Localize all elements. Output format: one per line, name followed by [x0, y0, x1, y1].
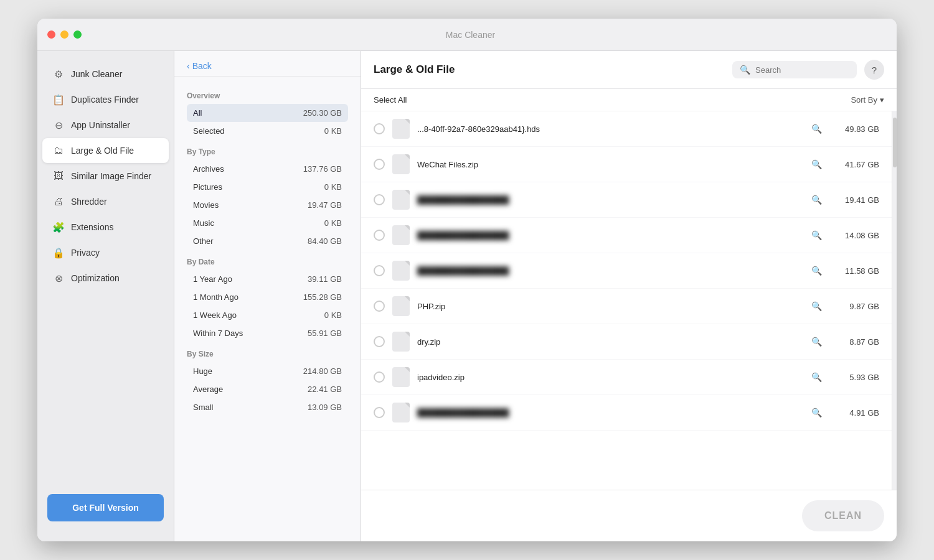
file-item[interactable]: ████████████████ 🔍 14.08 GB: [361, 218, 892, 253]
filter-value: 39.11 GB: [308, 274, 342, 284]
file-name: ipadvideo.zip: [417, 373, 804, 382]
date-item-within-7-days[interactable]: Within 7 Days55.91 GB: [187, 324, 348, 342]
sidebar-item-app-uninstaller[interactable]: ⊖ App Uninstaller: [42, 113, 169, 138]
file-checkbox[interactable]: [374, 407, 385, 418]
overview-item-all[interactable]: All250.30 GB: [187, 104, 348, 122]
filter-value: 0 KB: [324, 126, 342, 136]
filter-value: 19.47 GB: [308, 200, 342, 210]
privacy-icon: 🔒: [52, 246, 65, 259]
file-name: WeChat Files.zip: [417, 160, 804, 169]
file-checkbox[interactable]: [374, 159, 385, 170]
file-name: PHP.zip: [417, 302, 804, 311]
zoom-icon[interactable]: 🔍: [811, 266, 822, 276]
file-size: 11.58 GB: [829, 266, 879, 276]
file-checkbox[interactable]: [374, 265, 385, 276]
filter-value: 0 KB: [324, 182, 342, 192]
optimization-icon: ⊗: [52, 272, 65, 284]
zoom-icon[interactable]: 🔍: [811, 372, 822, 382]
date-item-1-month-ago[interactable]: 1 Month Ago155.28 GB: [187, 288, 348, 306]
file-icon: [392, 296, 410, 316]
filter-value: 250.30 GB: [303, 108, 342, 118]
type-item-other[interactable]: Other84.40 GB: [187, 232, 348, 250]
file-checkbox[interactable]: [374, 194, 385, 205]
file-icon: [392, 367, 410, 387]
file-name: ████████████████: [417, 408, 804, 418]
sidebar-item-shredder[interactable]: 🖨 Shredder: [42, 189, 169, 214]
zoom-icon[interactable]: 🔍: [811, 159, 822, 169]
get-full-version-button[interactable]: Get Full Version: [47, 494, 164, 521]
sidebar-item-extensions[interactable]: 🧩 Extensions: [42, 215, 169, 240]
overview-item-selected[interactable]: Selected0 KB: [187, 122, 348, 140]
sidebar-item-optimization[interactable]: ⊗ Optimization: [42, 266, 169, 291]
date-item-1-week-ago[interactable]: 1 Week Ago0 KB: [187, 306, 348, 324]
sidebar-item-label: Large & Old File: [71, 146, 134, 156]
sidebar-item-label: Optimization: [71, 273, 120, 283]
type-item-archives[interactable]: Archives137.76 GB: [187, 160, 348, 178]
file-checkbox[interactable]: [374, 123, 385, 134]
filter-label: Within 7 Days: [193, 329, 243, 338]
file-icon: [392, 225, 410, 245]
by-date-label: By Date: [187, 258, 348, 266]
scrollbar-thumb[interactable]: [893, 118, 897, 167]
file-item[interactable]: ipadvideo.zip 🔍 5.93 GB: [361, 360, 892, 395]
sidebar-item-privacy[interactable]: 🔒 Privacy: [42, 240, 169, 265]
sidebar-item-junk-cleaner[interactable]: ⚙ Junk Cleaner: [42, 62, 169, 86]
sidebar-item-similar-image-finder[interactable]: 🖼 Similar Image Finder: [42, 164, 169, 189]
filter-value: 214.80 GB: [303, 366, 342, 376]
sidebar-item-label: Junk Cleaner: [71, 69, 123, 79]
middle-panel: ‹ Back Overview All250.30 GBSelected0 KB…: [174, 51, 361, 541]
help-button[interactable]: ?: [864, 60, 884, 80]
sidebar-item-large-old-file[interactable]: 🗂 Large & Old File: [42, 138, 169, 163]
date-item-1-year-ago[interactable]: 1 Year Ago39.11 GB: [187, 270, 348, 288]
junk-cleaner-icon: ⚙: [52, 68, 65, 80]
back-button[interactable]: ‹ Back: [187, 61, 212, 71]
file-list-header: Select All Sort By ▾: [361, 89, 897, 111]
file-item[interactable]: dry.zip 🔍 8.87 GB: [361, 324, 892, 360]
search-input[interactable]: [755, 65, 849, 75]
size-item-small[interactable]: Small13.09 GB: [187, 398, 348, 416]
sidebar-item-label: Shredder: [71, 197, 107, 207]
zoom-icon[interactable]: 🔍: [811, 301, 822, 311]
filter-label: Small: [193, 403, 214, 412]
search-icon: 🔍: [740, 65, 750, 75]
filter-label: 1 Year Ago: [193, 274, 232, 284]
sidebar-item-label: Extensions: [71, 222, 113, 232]
file-list: ...8-40ff-92a7-860e329aab41}.hds 🔍 49.83…: [361, 111, 892, 490]
file-checkbox[interactable]: [374, 230, 385, 241]
file-item[interactable]: ...8-40ff-92a7-860e329aab41}.hds 🔍 49.83…: [361, 111, 892, 147]
size-item-huge[interactable]: Huge214.80 GB: [187, 362, 348, 380]
file-item[interactable]: ████████████████ 🔍 11.58 GB: [361, 253, 892, 289]
file-item[interactable]: PHP.zip 🔍 9.87 GB: [361, 289, 892, 324]
filter-value: 84.40 GB: [308, 236, 342, 246]
search-box[interactable]: 🔍: [732, 61, 857, 78]
select-all-button[interactable]: Select All: [374, 95, 407, 105]
file-size: 14.08 GB: [829, 231, 879, 240]
file-item[interactable]: ████████████████ 🔍 4.91 GB: [361, 395, 892, 431]
file-item[interactable]: ████████████████ 🔍 19.41 GB: [361, 182, 892, 218]
page-title: Large & Old File: [374, 63, 455, 76]
file-checkbox[interactable]: [374, 301, 385, 312]
file-item[interactable]: WeChat Files.zip 🔍 41.67 GB: [361, 147, 892, 182]
filter-label: 1 Month Ago: [193, 292, 238, 302]
sort-by-button[interactable]: Sort By ▾: [851, 95, 884, 105]
similar-image-finder-icon: 🖼: [52, 170, 65, 182]
size-item-average[interactable]: Average22.41 GB: [187, 380, 348, 398]
filter-value: 22.41 GB: [308, 385, 342, 394]
bottom-bar: CLEAN: [361, 490, 897, 541]
zoom-icon[interactable]: 🔍: [811, 230, 822, 240]
zoom-icon[interactable]: 🔍: [811, 124, 822, 134]
overview-label: Overview: [187, 91, 348, 100]
file-checkbox[interactable]: [374, 371, 385, 383]
type-item-movies[interactable]: Movies19.47 GB: [187, 196, 348, 214]
by-size-label: By Size: [187, 350, 348, 358]
zoom-icon[interactable]: 🔍: [811, 408, 822, 418]
scrollbar[interactable]: [892, 111, 897, 490]
type-item-pictures[interactable]: Pictures0 KB: [187, 178, 348, 196]
file-icon: [392, 403, 410, 422]
type-item-music[interactable]: Music0 KB: [187, 214, 348, 232]
zoom-icon[interactable]: 🔍: [811, 195, 822, 205]
zoom-icon[interactable]: 🔍: [811, 337, 822, 347]
sidebar-item-duplicates-finder[interactable]: 📋 Duplicates Finder: [42, 87, 169, 112]
file-checkbox[interactable]: [374, 336, 385, 347]
clean-button[interactable]: CLEAN: [802, 500, 884, 531]
